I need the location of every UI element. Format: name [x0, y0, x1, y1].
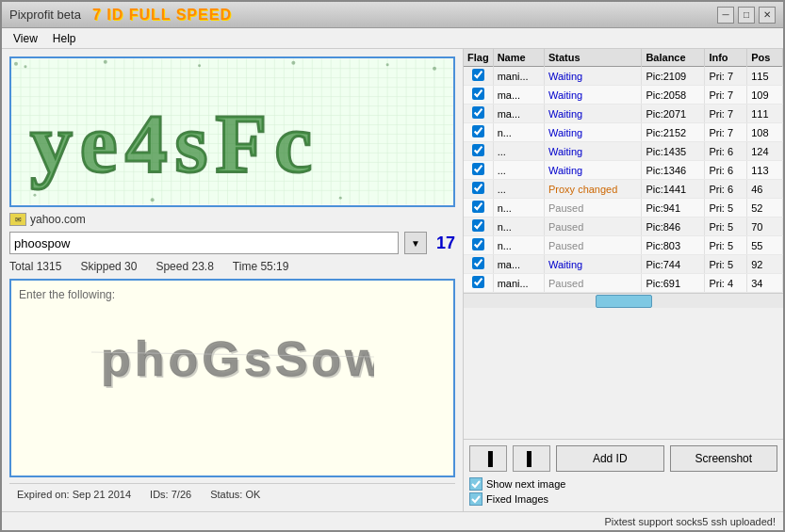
svg-point-70 — [33, 194, 36, 197]
svg-point-64 — [24, 65, 26, 68]
table-row[interactable]: n... Paused Pic:846 Pri: 5 70 — [464, 218, 783, 236]
row-name: ma... — [493, 86, 544, 105]
table-row[interactable]: n... Paused Pic:941 Pri: 5 52 — [464, 199, 783, 218]
row-flag[interactable] — [464, 123, 493, 142]
show-next-item[interactable]: Show next image — [469, 477, 777, 491]
row-name: ... — [493, 161, 544, 180]
header-pos: Pos — [747, 49, 783, 67]
captcha-input[interactable] — [9, 232, 399, 254]
row-flag[interactable] — [464, 86, 493, 105]
accounts-table-wrapper[interactable]: Flag Name Status Balance Info Pos man — [464, 49, 783, 439]
row-status: Waiting — [544, 86, 641, 105]
skipped-stat: Skipped 30 — [80, 260, 137, 273]
right-panel: Flag Name Status Balance Info Pos man — [464, 49, 783, 511]
enter-label: Enter the following: — [19, 288, 446, 301]
row-name: n... — [493, 218, 544, 236]
speed-stat: Speed 23.8 — [155, 260, 213, 273]
menu-view[interactable]: View — [6, 30, 45, 47]
row-flag[interactable] — [464, 236, 493, 255]
row-balance: Pic:2058 — [642, 86, 705, 105]
ids-count: IDs: 7/26 — [150, 489, 191, 500]
row-flag[interactable] — [464, 199, 493, 218]
row-info: Pri: 5 — [705, 199, 747, 218]
table-row[interactable]: ma... Waiting Pic:2058 Pri: 7 109 — [464, 86, 783, 105]
row-name: n... — [493, 199, 544, 218]
table-header-row: Flag Name Status Balance Info Pos — [464, 49, 783, 67]
row-pos: 108 — [747, 123, 783, 142]
svg-text:phoGsSow: phoGsSow — [101, 331, 374, 386]
fixed-images-checkbox[interactable] — [469, 492, 482, 506]
main-content: ye4sFc ye4sFc — [2, 49, 783, 511]
row-pos: 124 — [747, 142, 783, 161]
table-row[interactable]: ... Waiting Pic:1435 Pri: 6 124 — [464, 142, 783, 161]
row-flag[interactable] — [464, 274, 493, 293]
row-name: ma... — [493, 255, 544, 274]
table-row[interactable]: n... Waiting Pic:2152 Pri: 7 108 — [464, 123, 783, 142]
fixed-images-item[interactable]: Fixed Images — [469, 492, 777, 506]
title-controls: ─ □ ✕ — [717, 7, 776, 24]
show-next-label: Show next image — [486, 478, 565, 490]
minimize-button[interactable]: ─ — [717, 7, 734, 24]
row-info: Pri: 5 — [705, 255, 747, 274]
row-pos: 70 — [747, 218, 783, 236]
row-info: Pri: 7 — [705, 123, 747, 142]
table-row[interactable]: mani... Waiting Pic:2109 Pri: 7 115 — [464, 67, 783, 86]
screenshot-button[interactable]: Screenshot — [670, 445, 778, 472]
row-balance: Pic:2071 — [642, 105, 705, 123]
bottom-controls: ▐ ▌ Add ID Screenshot Show next image — [464, 439, 783, 511]
svg-point-69 — [433, 67, 436, 71]
svg-point-63 — [14, 62, 18, 66]
row-info: Pri: 5 — [705, 218, 747, 236]
header-balance: Balance — [642, 49, 705, 67]
bottom-status-bar: Pixtest support socks5 ssh uploaded! — [2, 511, 783, 530]
svg-point-68 — [386, 63, 389, 66]
row-pos: 55 — [747, 236, 783, 255]
menu-help[interactable]: Help — [45, 30, 84, 47]
accounts-data-table: Flag Name Status Balance Info Pos man — [464, 49, 783, 293]
close-button[interactable]: ✕ — [759, 7, 776, 24]
row-info: Pri: 5 — [705, 236, 747, 255]
svg-point-66 — [198, 64, 201, 67]
time-stat: Time 55:19 — [233, 260, 289, 273]
table-row[interactable]: ma... Waiting Pic:2071 Pri: 7 111 — [464, 105, 783, 123]
row-flag[interactable] — [464, 180, 493, 199]
row-flag[interactable] — [464, 161, 493, 180]
row-status: Waiting — [544, 105, 641, 123]
row-balance: Pic:1346 — [642, 161, 705, 180]
row-balance: Pic:744 — [642, 255, 705, 274]
maximize-button[interactable]: □ — [738, 7, 755, 24]
main-window: Pixprofit beta 7 ID FULL SPEED ─ □ ✕ Vie… — [0, 0, 785, 532]
row-status: Waiting — [544, 255, 641, 274]
row-name: n... — [493, 236, 544, 255]
row-balance: Pic:2109 — [642, 67, 705, 86]
accounts-table[interactable]: Flag Name Status Balance Info Pos man — [464, 49, 783, 293]
app-title: Pixprofit beta — [9, 8, 81, 22]
email-row: ✉ yahoo.com — [9, 213, 455, 226]
table-row[interactable]: mani... Paused Pic:691 Pri: 4 34 — [464, 274, 783, 293]
row-flag[interactable] — [464, 142, 493, 161]
row-status: Paused — [544, 218, 641, 236]
dropdown-button[interactable]: ▼ — [404, 232, 427, 254]
add-id-button[interactable]: Add ID — [556, 445, 664, 472]
row-pos: 92 — [747, 255, 783, 274]
row-flag[interactable] — [464, 67, 493, 86]
table-row[interactable]: n... Paused Pic:803 Pri: 5 55 — [464, 236, 783, 255]
header-status: Status — [544, 49, 641, 67]
icon-button-2[interactable]: ▌ — [513, 445, 550, 472]
row-flag[interactable] — [464, 105, 493, 123]
row-flag[interactable] — [464, 218, 493, 236]
table-row[interactable]: ... Proxy changed Pic:1441 Pri: 6 46 — [464, 180, 783, 199]
table-row[interactable]: ma... Waiting Pic:744 Pri: 5 92 — [464, 255, 783, 274]
icon-button-1[interactable]: ▐ — [469, 445, 507, 472]
row-pos: 115 — [747, 67, 783, 86]
checkbox-row: Show next image Fixed Images — [469, 477, 777, 506]
svg-point-67 — [291, 61, 295, 65]
scrollbar-thumb-h[interactable] — [596, 295, 652, 308]
captcha-image-container: ye4sFc ye4sFc — [9, 56, 455, 207]
row-flag[interactable] — [464, 255, 493, 274]
fixed-images-label: Fixed Images — [486, 493, 548, 505]
show-next-checkbox[interactable] — [469, 477, 482, 491]
horizontal-scrollbar[interactable] — [464, 293, 783, 308]
table-row[interactable]: ... Waiting Pic:1346 Pri: 6 113 — [464, 161, 783, 180]
row-balance: Pic:2152 — [642, 123, 705, 142]
